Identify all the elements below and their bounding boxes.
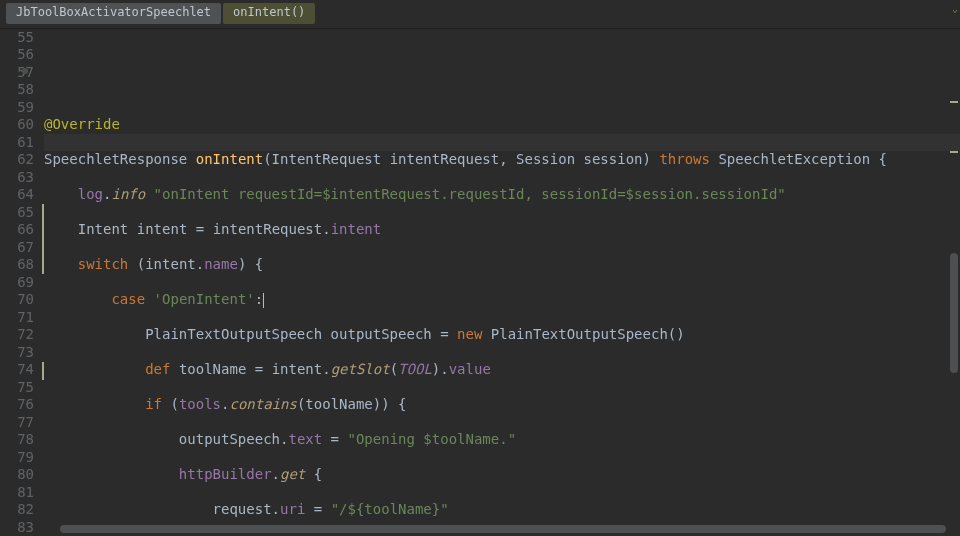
vertical-scrollbar-thumb[interactable] [950, 253, 958, 373]
code-editor[interactable]: 5556575859 6061626364 6566676869 7071727… [0, 29, 960, 535]
breadcrumb-class[interactable]: JbToolBoxActivatorSpeechlet [6, 3, 221, 24]
gutter-marker-icon [22, 68, 28, 74]
method-name: onIntent [196, 151, 263, 167]
string-literal: "onIntent requestId=$intentRequest.reque… [154, 186, 786, 202]
text-caret [263, 293, 264, 308]
breadcrumb-method[interactable]: onIntent() [223, 3, 315, 24]
breadcrumb-bar: JbToolBoxActivatorSpeechlet onIntent() ⌄ [0, 0, 960, 29]
chevron-down-icon[interactable]: ⌄ [952, 0, 958, 18]
scrollbar-marker [950, 151, 958, 153]
code-area[interactable]: @Override SpeechletResponse onIntent(Int… [44, 29, 960, 535]
vertical-scrollbar-track[interactable] [948, 53, 958, 521]
horizontal-scrollbar-thumb[interactable] [60, 525, 946, 533]
line-number-gutter: 5556575859 6061626364 6566676869 7071727… [0, 29, 44, 535]
annotation: @Override [44, 116, 120, 132]
return-type: SpeechletResponse [44, 151, 187, 167]
current-line-highlight [44, 134, 960, 152]
scrollbar-marker [950, 101, 958, 103]
